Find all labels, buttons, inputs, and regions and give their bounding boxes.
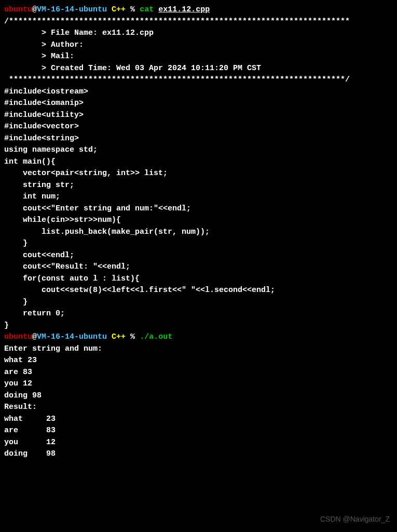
code-line: #include<vector>: [4, 121, 393, 133]
code-line: }: [4, 320, 393, 332]
code-line: /***************************************…: [4, 16, 393, 28]
code-line: #include<iostream>: [4, 86, 393, 98]
code-line: cout<<"Result: "<<endl;: [4, 261, 393, 273]
code-line: for(const auto l : list){: [4, 273, 393, 285]
code-line: ****************************************…: [4, 74, 393, 86]
code-line: list.push_back(make_pair(str, num));: [4, 227, 393, 238]
code-line: return 0;: [4, 308, 393, 320]
code-line: > Author:: [4, 39, 393, 51]
code-line: vector<pair<string, int>> list;: [4, 168, 393, 180]
prompt-line-1: ubuntu@VM-16-14-ubuntu C++ % cat ex11.12…: [4, 4, 393, 16]
code-line: int num;: [4, 191, 393, 203]
prompt-pct: %: [130, 5, 135, 14]
prompt-dir: C++: [112, 332, 126, 341]
prompt-dir: C++: [112, 5, 126, 14]
terminal[interactable]: ubuntu@VM-16-14-ubuntu C++ % cat ex11.12…: [4, 4, 393, 460]
output-line: are 83: [4, 367, 393, 379]
output-line: what 23: [4, 414, 393, 425]
prompt-line-2: ubuntu@VM-16-14-ubuntu C++ % ./a.out: [4, 331, 393, 343]
code-line: cout<<setw(8)<<left<<l.first<<" "<<l.sec…: [4, 285, 393, 297]
prompt-host: VM-16-14-ubuntu: [37, 332, 107, 341]
output-line: Result:: [4, 402, 393, 414]
prompt-host: VM-16-14-ubuntu: [37, 5, 107, 14]
output-line: what 23: [4, 355, 393, 367]
run-command: ./a.out: [140, 332, 172, 341]
code-line: #include<utility>: [4, 110, 393, 122]
code-line: cout<<endl;: [4, 250, 393, 262]
prompt-at: @: [32, 332, 37, 341]
code-line: }: [4, 238, 393, 250]
code-line: while(cin>>str>>num){: [4, 215, 393, 227]
code-line: int main(){: [4, 156, 393, 168]
prompt-pct: %: [130, 332, 135, 341]
cat-argument: ex11.12.cpp: [158, 5, 210, 14]
code-line: using namespace std;: [4, 144, 393, 156]
output-line: doing 98: [4, 448, 393, 460]
code-line: #include<string>: [4, 133, 393, 145]
output-line: are 83: [4, 425, 393, 437]
prompt-user: ubuntu: [4, 5, 32, 14]
code-line: > Mail:: [4, 51, 393, 63]
code-line: > Created Time: Wed 03 Apr 2024 10:11:20…: [4, 63, 393, 75]
watermark: CSDN @Navigator_Z: [320, 514, 390, 525]
code-line: > File Name: ex11.12.cpp: [4, 28, 393, 39]
output-line: you 12: [4, 437, 393, 449]
output-line: doing 98: [4, 390, 393, 402]
prompt-user: ubuntu: [4, 332, 32, 341]
code-line: }: [4, 297, 393, 309]
cat-command: cat: [140, 5, 154, 14]
output-line: Enter string and num:: [4, 343, 393, 355]
code-line: #include<iomanip>: [4, 98, 393, 110]
prompt-at: @: [32, 5, 37, 14]
output-line: you 12: [4, 378, 393, 390]
code-line: string str;: [4, 180, 393, 192]
code-line: cout<<"Enter string and num:"<<endl;: [4, 203, 393, 215]
